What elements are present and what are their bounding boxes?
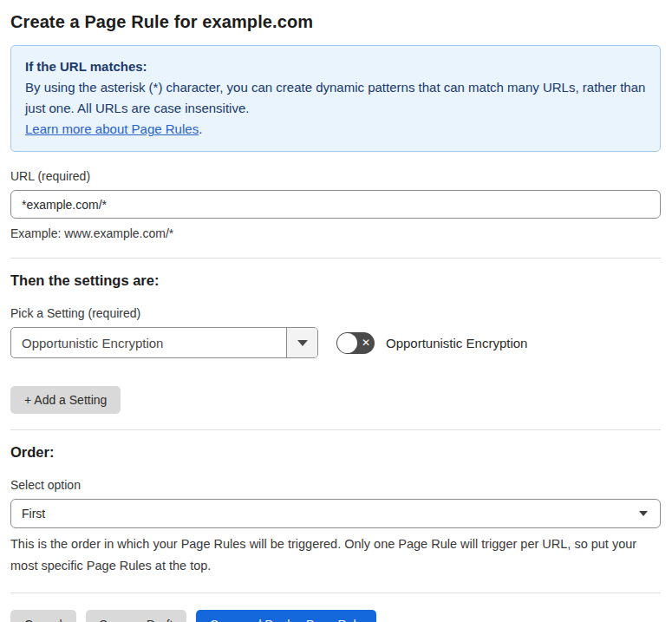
info-box-heading: If the URL matches: [25, 56, 646, 77]
page-title: Create a Page Rule for example.com [10, 12, 661, 32]
section-divider [10, 258, 661, 259]
order-section-heading: Order: [10, 444, 661, 461]
setting-picker-value: Opportunistic Encryption [11, 328, 286, 357]
setting-picker-dropdown[interactable]: Opportunistic Encryption [10, 327, 318, 358]
toggle-x-icon: ✕ [362, 337, 370, 348]
chevron-down-icon [297, 340, 308, 346]
footer-actions: Cancel Save as Draft Save and Deploy Pag… [10, 610, 661, 622]
create-page-rule-panel: Create a Page Rule for example.com If th… [0, 0, 672, 622]
order-select-value: First [22, 507, 45, 521]
order-select[interactable]: First [10, 499, 661, 528]
cancel-button[interactable]: Cancel [10, 610, 76, 622]
url-field-label: URL (required) [10, 169, 661, 183]
url-example-help: Example: www.example.com/* [10, 225, 661, 242]
url-input[interactable] [10, 190, 661, 219]
info-box-link-row: Learn more about Page Rules. [25, 119, 646, 140]
url-match-info-box: If the URL matches: By using the asteris… [10, 45, 661, 152]
toggle-knob [337, 333, 357, 353]
order-select-label: Select option [10, 478, 661, 492]
learn-more-link[interactable]: Learn more about Page Rules [25, 121, 199, 136]
opportunistic-encryption-toggle[interactable]: ✕ [336, 332, 375, 354]
link-suffix: . [199, 121, 202, 136]
info-box-body: By using the asterisk (*) character, you… [25, 77, 646, 119]
save-as-draft-button[interactable]: Save as Draft [86, 610, 187, 622]
save-and-deploy-button[interactable]: Save and Deploy Page Rule [196, 610, 376, 622]
add-setting-button[interactable]: + Add a Setting [10, 386, 121, 414]
order-help-text: This is the order in which your Page Rul… [10, 534, 661, 577]
chevron-down-icon [639, 511, 648, 516]
footer-divider [10, 593, 661, 593]
setting-row: Opportunistic Encryption ✕ Opportunistic… [10, 327, 661, 358]
settings-section-heading: Then the settings are: [10, 272, 661, 289]
section-divider [10, 429, 661, 430]
toggle-label: Opportunistic Encryption [386, 336, 527, 350]
pick-setting-label: Pick a Setting (required) [10, 306, 661, 320]
setting-picker-arrow-button[interactable] [286, 328, 317, 357]
